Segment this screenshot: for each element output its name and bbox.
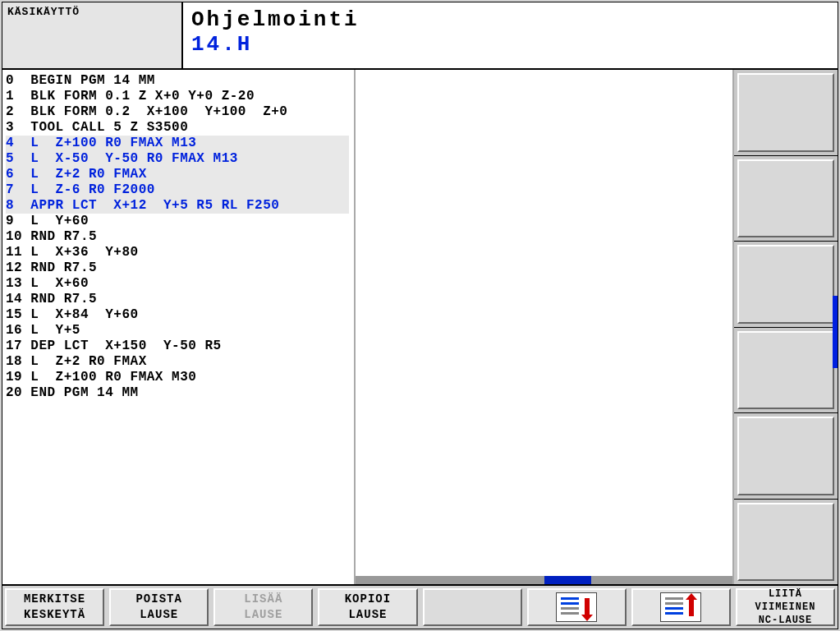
softkey-label: KOPIOI [345,592,391,607]
softkey-merkitse[interactable]: MERKITSE KESKEYTÄ [5,588,104,626]
code-line[interactable]: 18 L Z+2 R0 FMAX [6,354,349,370]
softkey-label: NC-LAUSE [759,614,813,627]
side-softkey-3[interactable] [737,245,834,324]
code-line[interactable]: 10 RND R7.5 [6,229,349,245]
side-softkey-6[interactable] [737,503,834,582]
softkey-label: LAUSE [348,607,387,623]
softkey-poista-lause[interactable]: POISTA LAUSE [109,588,209,626]
code-line[interactable]: 13 L X+60 [6,276,349,292]
softkey-label: LAUSE [140,607,178,623]
softkey-kopioi-lause[interactable]: KOPIOI LAUSE [318,588,417,626]
code-line[interactable]: 20 END PGM 14 MM [6,385,349,401]
code-line[interactable]: 9 L Y+60 [6,214,349,229]
code-line[interactable]: 11 L X+36 Y+80 [6,245,349,260]
mode-display: KÄSIKÄYTTÖ [2,2,183,68]
header-bar: KÄSIKÄYTTÖ Ohjelmointi 14.H [2,2,838,70]
code-line[interactable]: 0 BEGIN PGM 14 MM [6,73,349,89]
softkey-move-down[interactable] [527,588,627,626]
code-line[interactable]: 2 BLK FORM 0.2 X+100 Y+100 Z+0 [6,104,349,120]
softkey-lisaa-lause: LISÄÄ LAUSE [213,588,313,626]
softkey-label: POISTA [135,592,181,607]
program-listing[interactable]: 0 BEGIN PGM 14 MM1 BLK FORM 0.1 Z X+0 Y+… [2,70,356,584]
softkey-liita[interactable]: LIITÄ VIIMEINEN NC-LAUSE [736,588,835,626]
code-line[interactable]: 3 TOOL CALL 5 Z S3500 [6,120,349,136]
move-down-icon [556,592,597,622]
softkey-empty-5 [423,588,522,626]
code-line[interactable]: 5 L X-50 Y-50 R0 FMAX M13 [6,151,349,167]
code-line[interactable]: 15 L X+84 Y+60 [6,307,349,323]
softkey-move-up[interactable] [631,588,731,626]
code-line[interactable]: 17 DEP LCT X+150 Y-50 R5 [6,339,349,354]
title-area: Ohjelmointi 14.H [183,2,838,68]
code-line[interactable]: 19 L Z+100 R0 FMAX M30 [6,370,349,385]
softkey-row: MERKITSE KESKEYTÄ POISTA LAUSE LISÄÄ LAU… [2,584,838,629]
side-softkey-1[interactable] [737,73,834,152]
code-line[interactable]: 1 BLK FORM 0.1 Z X+0 Y+0 Z-20 [6,89,349,104]
screen-title: Ohjelmointi [191,7,829,32]
code-line[interactable]: 6 L Z+2 R0 FMAX [6,167,349,182]
side-softkey-2[interactable] [737,159,834,238]
softkey-label: KESKEYTÄ [24,607,85,623]
move-up-icon [660,592,701,622]
code-line[interactable]: 16 L Y+5 [6,323,349,339]
softkey-label: VIIMEINEN [755,601,816,614]
side-softkey-5[interactable] [737,417,834,495]
softkey-label: LAUSE [244,607,282,623]
side-scroll-indicator [833,296,838,368]
side-softkey-4[interactable] [737,331,834,410]
code-line[interactable]: 8 APPR LCT X+12 Y+5 R5 RL F250 [6,198,349,214]
vertical-softkeys [734,70,838,584]
mode-label: KÄSIKÄYTTÖ [7,6,80,18]
softkey-ruler [356,576,732,584]
softkey-label: LIITÄ [769,587,802,601]
softkey-label: MERKITSE [24,592,85,607]
graphics-panel [356,70,732,584]
code-line[interactable]: 14 RND R7.5 [6,292,349,307]
softkey-label: LISÄÄ [244,592,282,607]
program-filename: 14.H [191,32,829,57]
code-line[interactable]: 7 L Z-6 R0 F2000 [6,182,349,198]
code-line[interactable]: 12 RND R7.5 [6,260,349,276]
code-line[interactable]: 4 L Z+100 R0 FMAX M13 [6,136,349,151]
